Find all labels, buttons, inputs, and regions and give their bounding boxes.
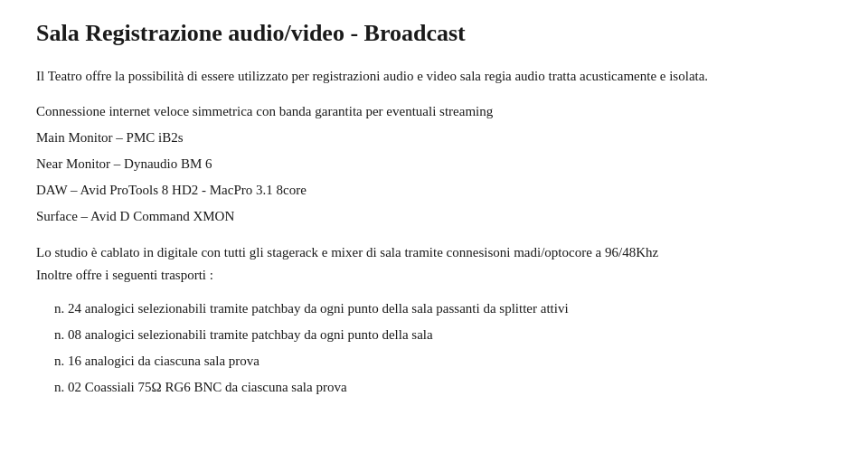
transport-item-3: n. 16 analogici da ciascuna sala prova bbox=[54, 349, 832, 373]
transport-item-1: n. 24 analogici selezionabili tramite pa… bbox=[54, 297, 832, 321]
connectivity-section: Connessione internet veloce simmetrica c… bbox=[36, 99, 832, 229]
near-monitor: Near Monitor – Dynaudio BM 6 bbox=[36, 152, 832, 176]
page-title: Sala Registrazione audio/video - Broadca… bbox=[36, 18, 832, 49]
intro-text: Il Teatro offre la possibilità di essere… bbox=[36, 65, 832, 87]
studio-desc-text: Lo studio è cablato in digitale con tutt… bbox=[36, 241, 832, 265]
transport-item-4: n. 02 Coassiali 75Ω RG6 BNC da ciascuna … bbox=[54, 375, 832, 400]
connectivity-text: Connessione internet veloce simmetrica c… bbox=[36, 99, 832, 124]
surface: Surface – Avid D Command XMON bbox=[36, 204, 832, 229]
transport-item-2: n. 08 analogici selezionabili tramite pa… bbox=[54, 323, 832, 347]
daw: DAW – Avid ProTools 8 HD2 - MacPro 3.1 8… bbox=[36, 178, 832, 203]
transport-intro-text: Inoltre offre i seguenti trasporti : bbox=[36, 264, 832, 288]
studio-description: Lo studio è cablato in digitale con tutt… bbox=[36, 241, 832, 288]
main-monitor: Main Monitor – PMC iB2s bbox=[36, 126, 832, 150]
transport-list: n. 24 analogici selezionabili tramite pa… bbox=[54, 297, 832, 400]
